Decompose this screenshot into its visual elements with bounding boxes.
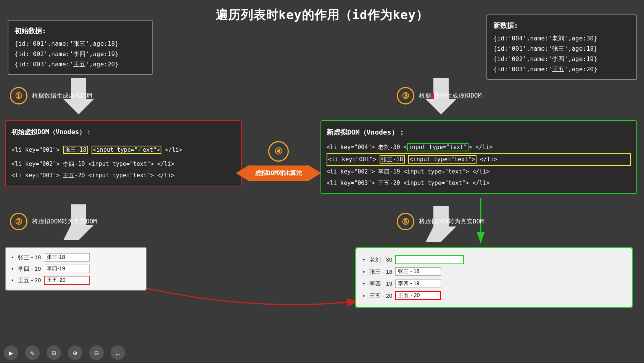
new-vdom-row-1: <li key="004"> 老刘-30 <input type="text">…	[327, 141, 631, 153]
new-data-item-3: {id:'002',name:'李四',age:19}	[493, 54, 630, 64]
new-vdom-box: 新虚拟DOM（Vnodes）： <li key="004"> 老刘-30 <in…	[320, 120, 637, 194]
step-4-arrow: 虚拟DOM对比算法	[236, 165, 322, 182]
new-real-dom-item-1: •老刘 - 30	[363, 254, 625, 266]
vdom-row-3: <li key="003"> 王五-20 <input type="text">…	[11, 170, 236, 181]
toolbar-more[interactable]: …	[111, 345, 125, 360]
real-input-3[interactable]	[44, 276, 90, 285]
new-data-item-1: {id:'004',name:'老刘',age:30}	[493, 33, 630, 43]
toolbar-export[interactable]: ⊟	[89, 345, 104, 360]
step-4-container: ④ 虚拟DOM对比算法	[237, 141, 320, 182]
new-vdom-label: 新虚拟DOM（Vnodes）：	[327, 125, 631, 139]
toolbar-save[interactable]: ⊡	[47, 345, 61, 360]
step-3-circle: ③	[397, 87, 414, 104]
new-vdom-row-3: <li key="002"> 李四-19 <input type="text">…	[327, 166, 631, 177]
initial-vdom-label: 初始虚拟DOM（Vnodes）：	[11, 125, 236, 138]
initial-data-item-1: {id:'001',name:'张三',age:18}	[14, 39, 146, 49]
new-real-dom-item-3: •李四 - 19	[363, 278, 625, 290]
initial-real-dom-box: •张三 - 18 •李四 - 19 •王五 - 20	[5, 247, 147, 291]
step-5-circle: ⑤	[397, 213, 414, 230]
step-3-label: 根据■数据生成虚拟DOM	[419, 92, 481, 100]
toolbar-search[interactable]: ⊕	[68, 345, 82, 360]
new-data-item-4: {id:'003',name:'王五',age:20}	[493, 64, 630, 74]
step-4-circle: ④	[268, 141, 289, 162]
new-real-input-2[interactable]	[395, 267, 441, 276]
real-input-2[interactable]	[44, 265, 90, 273]
new-data-box: 新数据: {id:'004',name:'老刘',age:30} {id:'00…	[486, 14, 637, 80]
real-input-1[interactable]	[44, 253, 90, 262]
initial-data-item-3: {id:'003',name:'王五',age:20}	[14, 59, 146, 69]
new-real-dom-item-4: •王五 - 20	[363, 290, 625, 302]
step-4-label: 虚拟DOM对比算法	[250, 165, 308, 181]
step-5-label: 将虚拟DOM转为真实DOM	[419, 218, 484, 226]
initial-vdom-box: 初始虚拟DOM（Vnodes）： <li key="001"> 张三-18 <i…	[5, 120, 242, 186]
new-real-input-1[interactable]	[395, 255, 464, 264]
new-vdom-row-4: <li key="003"> 王五-20 <input type="text">…	[327, 177, 631, 189]
real-dom-item-2: •李四 - 19	[11, 263, 140, 275]
new-data-label: 新数据:	[493, 20, 630, 32]
vdom-row-2: <li key="002"> 李四-19 <input type="text">…	[11, 158, 236, 170]
step-2-circle: ②	[10, 213, 27, 230]
initial-data-box: 初始数据: {id:'001',name:'张三',age:18} {id:'0…	[8, 20, 153, 75]
vdom-input-highlight-1: <input type="✓ext">	[92, 146, 162, 154]
real-dom-item-1: •张三 - 18	[11, 252, 140, 263]
initial-data-label: 初始数据:	[14, 25, 146, 37]
new-real-dom-item-2: •张三 - 18	[363, 266, 625, 278]
step-1-label: 根据数据生成虚拟DOM	[32, 92, 92, 100]
vdom-name-highlight-1: 张三-18	[63, 146, 88, 154]
new-real-dom-box: •老刘 - 30 •张三 - 18 •李四 - 19 •王五 - 20	[355, 247, 633, 308]
toolbar-play[interactable]: ▶	[4, 345, 18, 360]
real-dom-item-3: •王五 - 20	[11, 275, 140, 286]
toolbar-edit[interactable]: ✎	[25, 345, 40, 360]
vdom-row-1: <li key="001"> 张三-18 <input type="✓ext">…	[11, 141, 236, 157]
new-real-input-4[interactable]	[395, 291, 441, 300]
step-2-label: 将虚拟DOM转为真实DOM	[32, 218, 97, 226]
new-vdom-row-2: <li key="001"> 张三-18 <input type="text">…	[327, 153, 631, 166]
new-real-input-3[interactable]	[395, 279, 441, 288]
initial-data-item-2: {id:'002',name:'李四',age:19}	[14, 49, 146, 59]
new-data-item-2: {id:'001',name:'张三',age:18}	[493, 43, 630, 54]
step-1-circle: ①	[10, 87, 27, 104]
toolbar: ▶ ✎ ⊡ ⊕ ⊟ …	[4, 345, 125, 360]
